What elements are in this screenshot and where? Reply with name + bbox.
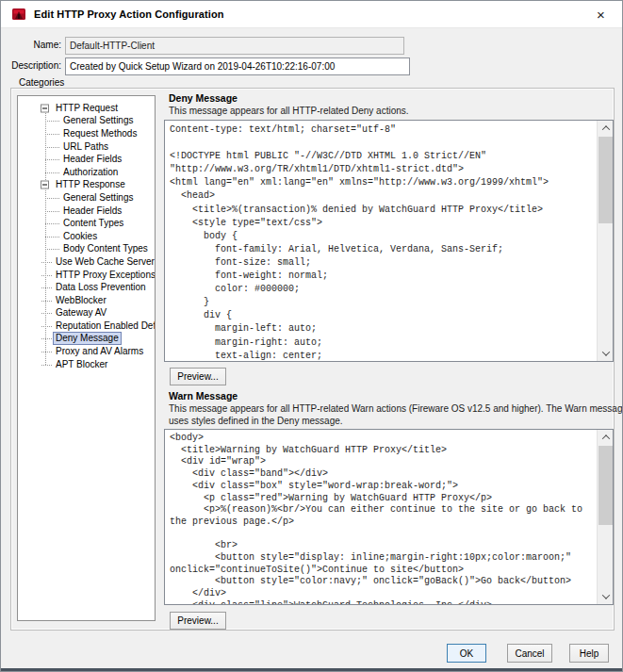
tree-connector <box>45 223 59 224</box>
tree-connector <box>41 301 52 302</box>
tree-item-label: Use Web Cache Server <box>54 256 156 268</box>
deny-message-editor: Content-type: text/html; charset="utf-8"… <box>164 120 614 362</box>
description-field[interactable]: Created by Quick Setup Wizard on 2019-04… <box>65 57 410 75</box>
warn-scrollbar[interactable] <box>597 430 613 604</box>
tree-item-header-fields[interactable]: Header Fields <box>18 153 155 166</box>
name-field: Default-HTTP-Client <box>65 37 404 55</box>
tree-item-request-methods[interactable]: Request Methods <box>18 127 155 140</box>
tree-connector <box>45 147 59 148</box>
tree-item-label: General Settings <box>61 192 136 204</box>
tree-item-reputation-enabled-defense[interactable]: Reputation Enabled Defense <box>18 320 155 333</box>
collapse-icon[interactable] <box>41 181 49 189</box>
close-icon[interactable]: × <box>580 1 622 28</box>
tree-item-authorization[interactable]: Authorization <box>18 166 155 179</box>
deny-scrollbar[interactable] <box>597 121 613 361</box>
window-title: Edit HTTP Proxy Action Configuration <box>34 8 224 20</box>
tree-item-http-response[interactable]: HTTP Response <box>18 179 155 192</box>
tree-item-cookies[interactable]: Cookies <box>18 230 155 243</box>
tree-item-header-fields[interactable]: Header Fields <box>18 205 155 218</box>
name-label: Name: <box>8 40 61 50</box>
warn-message-textarea[interactable]: <body> <title>Warning by WatchGuard HTTP… <box>165 430 597 604</box>
tree-item-label: Deny Message <box>54 333 121 344</box>
tree-connector <box>41 365 52 366</box>
scroll-up-icon[interactable] <box>598 121 614 136</box>
tree-connector <box>41 338 52 339</box>
tree-item-label: Authorization <box>61 167 120 178</box>
window-bottom-edge <box>1 668 622 671</box>
scroll-up-icon[interactable] <box>598 430 614 445</box>
tree-item-http-request[interactable]: HTTP Request <box>18 102 155 115</box>
tree-item-proxy-and-av-alarms[interactable]: Proxy and AV Alarms <box>18 345 155 358</box>
tree-connector <box>45 198 59 199</box>
categories-tree: HTTP RequestGeneral SettingsRequest Meth… <box>18 96 155 370</box>
tree-item-label: Request Methods <box>61 128 139 139</box>
tree-item-label: Reputation Enabled Defense <box>54 320 156 332</box>
title-bar: Edit HTTP Proxy Action Configuration × <box>1 1 622 28</box>
tree-item-label: Header Fields <box>61 154 123 165</box>
categories-group-label: Categories <box>16 77 67 88</box>
tree-item-use-web-cache-server[interactable]: Use Web Cache Server <box>18 255 155 269</box>
tree-item-apt-blocker[interactable]: APT Blocker <box>18 358 155 371</box>
tree-item-content-types[interactable]: Content Types <box>18 217 155 230</box>
tree-item-label: Gateway AV <box>54 307 108 319</box>
deny-message-heading: Deny Message <box>169 92 238 104</box>
ok-button[interactable]: OK <box>447 644 486 663</box>
edit-http-proxy-action-dialog: Edit HTTP Proxy Action Configuration × N… <box>0 0 623 672</box>
tree-item-label: Cookies <box>61 231 99 242</box>
warn-message-editor: <body> <title>Warning by WatchGuard HTTP… <box>164 429 614 605</box>
scroll-down-icon[interactable] <box>598 346 614 361</box>
tree-item-label: Header Fields <box>61 205 123 217</box>
tree-item-general-settings[interactable]: General Settings <box>18 191 155 205</box>
tree-item-label: Data Loss Prevention <box>54 282 148 293</box>
tree-connector <box>45 211 59 212</box>
tree-item-gateway-av[interactable]: Gateway AV <box>18 307 155 320</box>
help-button[interactable]: Help <box>569 644 609 663</box>
tree-connector <box>45 159 59 160</box>
tree-item-webblocker[interactable]: WebBlocker <box>18 294 155 307</box>
deny-preview-button[interactable]: Preview... <box>170 368 226 385</box>
tree-item-label: APT Blocker <box>54 359 109 370</box>
tree-connector <box>45 121 59 122</box>
tree-connector <box>41 352 52 352</box>
tree-connector <box>45 134 59 135</box>
tree-connector <box>41 326 52 327</box>
tree-connector <box>41 287 52 288</box>
tree-item-deny-message[interactable]: Deny Message <box>18 333 155 346</box>
warn-message-subtitle: This message appears for all HTTP-relate… <box>169 403 623 427</box>
description-label: Description: <box>8 60 61 71</box>
tree-item-data-loss-prevention[interactable]: Data Loss Prevention <box>18 281 155 294</box>
tree-connector <box>41 313 52 314</box>
tree-item-http-proxy-exceptions[interactable]: HTTP Proxy Exceptions <box>18 269 155 282</box>
collapse-icon[interactable] <box>41 104 49 112</box>
tree-connector <box>45 249 59 250</box>
tree-item-label: HTTP Proxy Exceptions <box>54 270 156 281</box>
tree-item-label: WebBlocker <box>54 295 108 306</box>
deny-message-textarea[interactable]: Content-type: text/html; charset="utf-8"… <box>165 121 597 361</box>
tree-item-label: URL Paths <box>61 141 110 153</box>
cancel-button[interactable]: Cancel <box>507 644 552 663</box>
tree-item-label: Proxy and AV Alarms <box>54 346 145 357</box>
tree-item-label: Body Content Types <box>61 243 150 254</box>
tree-connector <box>41 275 52 276</box>
tree-connector <box>45 237 59 238</box>
watchguard-app-icon <box>11 7 26 22</box>
tree-item-body-content-types[interactable]: Body Content Types <box>18 243 155 256</box>
warn-message-heading: Warn Message <box>169 390 238 402</box>
tree-item-url-paths[interactable]: URL Paths <box>18 140 155 154</box>
deny-scrollbar-thumb[interactable] <box>598 137 613 223</box>
tree-item-label: Content Types <box>61 218 125 229</box>
tree-item-label: HTTP Response <box>54 179 127 190</box>
scroll-down-icon[interactable] <box>598 589 614 604</box>
deny-message-subtitle: This message appears for all HTTP-relate… <box>169 106 409 118</box>
warn-scrollbar-thumb[interactable] <box>598 446 613 525</box>
categories-tree-panel[interactable]: HTTP RequestGeneral SettingsRequest Meth… <box>17 95 156 621</box>
tree-item-label: HTTP Request <box>54 103 120 114</box>
tree-connector <box>45 172 59 173</box>
tree-connector <box>41 262 52 263</box>
warn-preview-button[interactable]: Preview... <box>170 612 226 630</box>
tree-item-label: General Settings <box>61 115 136 126</box>
tree-item-general-settings[interactable]: General Settings <box>18 115 155 128</box>
